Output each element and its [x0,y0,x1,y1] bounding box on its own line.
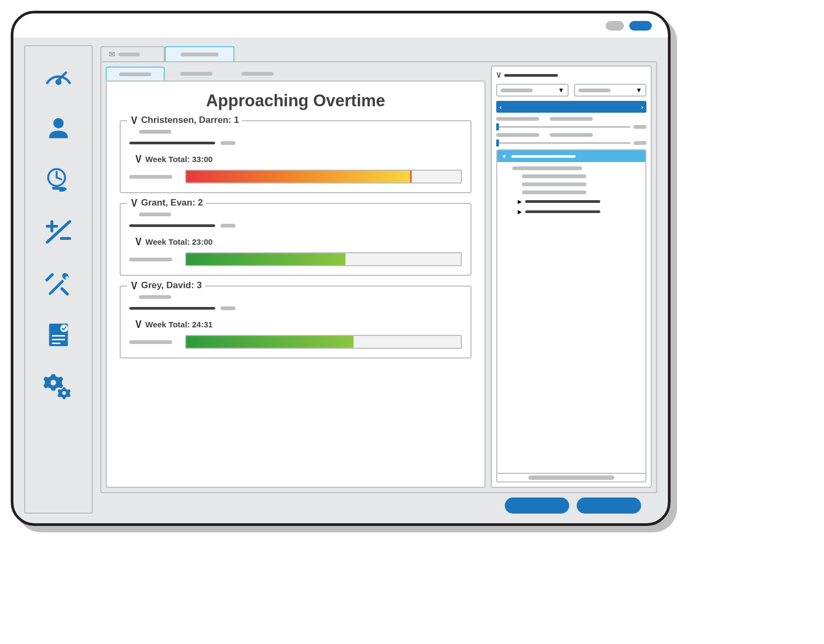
employee-header[interactable]: V Christensen, Darren: 1 [127,114,242,127]
next-button[interactable]: › [641,103,643,111]
week-total-label: Week Total: 23:00 [145,237,212,246]
week-total-label: Week Total: 33:00 [145,155,212,164]
status-indicator-blue [629,21,652,31]
tree-item[interactable]: ▶ [518,209,641,215]
progress-fill [186,336,354,348]
chevron-down-icon: V [131,114,137,127]
dropdown-1[interactable]: ▼ [496,84,569,97]
svg-point-1 [57,80,61,84]
device-status-bar [13,13,668,38]
sidebar [24,45,93,514]
document-check-icon[interactable] [43,320,73,352]
person-icon[interactable] [43,114,73,146]
week-total-header[interactable]: V Week Total: 33:00 [135,152,462,165]
slider-1[interactable] [496,125,646,129]
bottom-action-bar [100,493,657,514]
employee-block: V Christensen, Darren: 1 V Week Total: 3… [120,120,472,193]
gears-icon[interactable] [43,371,73,404]
svg-line-5 [57,178,62,180]
workspace: ✉ Approaching Overtime [13,38,668,523]
content-card: Approaching Overtime V Christensen, Darr… [106,80,485,488]
status-indicator-gray [606,21,624,31]
dropdown-2[interactable]: ▼ [574,84,646,97]
svg-rect-10 [60,287,69,296]
plus-minus-icon[interactable] [43,217,73,249]
page-title: Approaching Overtime [120,91,472,111]
svg-point-17 [50,380,56,386]
progress-bar [185,170,462,184]
week-total-header[interactable]: V Week Total: 24:31 [135,318,462,331]
svg-point-2 [53,118,63,128]
caret-down-icon: ▼ [502,153,507,159]
slider-2[interactable] [496,141,646,145]
tree-header[interactable]: ▼ [497,150,645,162]
chevron-down-icon: V [135,235,141,248]
employee-name: Grey, David: 3 [141,280,202,291]
chevron-down-icon: V [131,196,137,209]
caret-down-icon: ▼ [558,86,564,94]
side-panel-header[interactable]: V [496,71,646,79]
clock-wrench-icon[interactable] [43,165,73,197]
tablet-frame: ✉ Approaching Overtime [11,11,671,526]
svg-rect-11 [45,273,54,282]
sub-tab-row [106,65,485,80]
action-button-2[interactable] [577,497,641,514]
tools-icon[interactable] [43,268,73,301]
progress-bar [185,335,462,349]
tree-item[interactable]: ▶ [518,199,641,204]
caret-right-icon: ▶ [518,199,522,204]
tree-view: ▼ ▶ ▶ [496,149,646,482]
tree-item[interactable] [522,191,641,194]
date-nav-bar: ‹ › [496,101,646,113]
action-button-1[interactable] [505,497,569,514]
employee-name: Grant, Evan: 2 [141,197,203,208]
week-total-header[interactable]: V Week Total: 23:00 [135,235,462,248]
employee-header[interactable]: V Grey, David: 3 [127,279,205,292]
caret-down-icon: ▼ [636,86,642,94]
horizontal-scrollbar[interactable] [497,473,645,481]
chevron-down-icon: V [497,71,501,79]
file-tab-active[interactable] [165,46,234,61]
file-tab-row: ✉ [100,45,657,61]
employee-block: V Grey, David: 3 V Week Total: 24:31 [120,286,472,358]
employee-name: Christensen, Darren: 1 [141,115,239,126]
svg-point-18 [62,391,66,395]
employee-block: V Grant, Evan: 2 V Week Total: 23:00 [120,203,472,276]
sub-tab-2[interactable] [167,67,226,80]
content-panel: Approaching Overtime V Christensen, Darr… [106,65,485,488]
dashboard-icon[interactable] [43,62,73,94]
sub-tab-1[interactable] [106,67,165,80]
prev-button[interactable]: ‹ [499,103,502,111]
main-container: Approaching Overtime V Christensen, Darr… [100,61,657,493]
chevron-down-icon: V [135,152,141,165]
progress-fill [186,171,411,182]
side-panel: V ▼ ▼ ‹ › [491,65,652,488]
file-tab-mail[interactable]: ✉ [100,46,165,61]
progress-fill [186,253,345,265]
main-column: ✉ Approaching Overtime [100,45,657,514]
chevron-down-icon: V [135,318,141,331]
tree-item[interactable] [522,174,641,178]
week-total-label: Week Total: 24:31 [145,320,212,329]
chevron-down-icon: V [131,279,137,292]
tree-item[interactable] [522,182,641,186]
caret-right-icon: ▶ [518,209,522,215]
employee-header[interactable]: V Grant, Evan: 2 [127,196,206,209]
sub-tab-3[interactable] [228,67,287,80]
mail-icon: ✉ [109,50,115,58]
progress-bar [185,252,462,266]
tree-item[interactable] [512,166,641,170]
